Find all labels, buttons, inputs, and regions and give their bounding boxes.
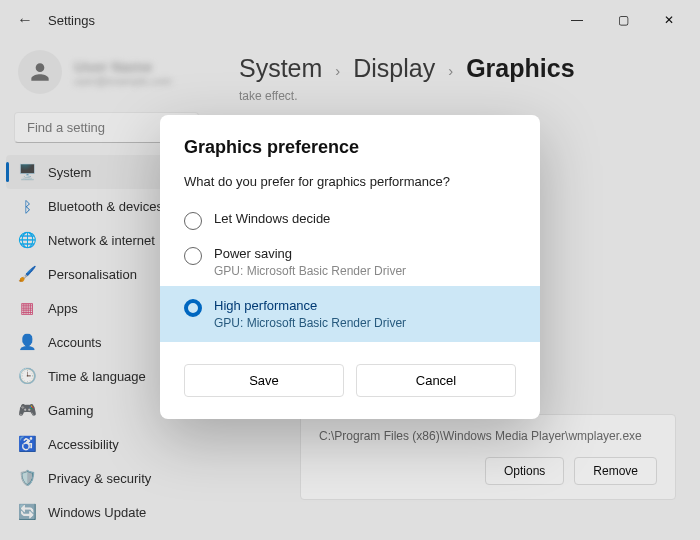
radio-icon: [184, 212, 202, 230]
radio-option-power-saving[interactable]: Power savingGPU: Microsoft Basic Render …: [160, 238, 540, 286]
modal-overlay: Graphics preference What do you prefer f…: [0, 0, 700, 540]
cancel-button[interactable]: Cancel: [356, 364, 516, 397]
radio-option-let-windows-decide[interactable]: Let Windows decide: [160, 203, 540, 238]
radio-option-high-performance[interactable]: High performanceGPU: Microsoft Basic Ren…: [160, 286, 540, 342]
graphics-preference-dialog: Graphics preference What do you prefer f…: [160, 115, 540, 419]
dialog-title: Graphics preference: [184, 137, 516, 158]
option-label: High performance: [214, 298, 406, 313]
option-sublabel: GPU: Microsoft Basic Render Driver: [214, 316, 406, 330]
dialog-question: What do you prefer for graphics performa…: [184, 174, 516, 189]
radio-icon: [184, 299, 202, 317]
option-label: Let Windows decide: [214, 211, 330, 226]
save-button[interactable]: Save: [184, 364, 344, 397]
radio-icon: [184, 247, 202, 265]
option-label: Power saving: [214, 246, 406, 261]
option-sublabel: GPU: Microsoft Basic Render Driver: [214, 264, 406, 278]
